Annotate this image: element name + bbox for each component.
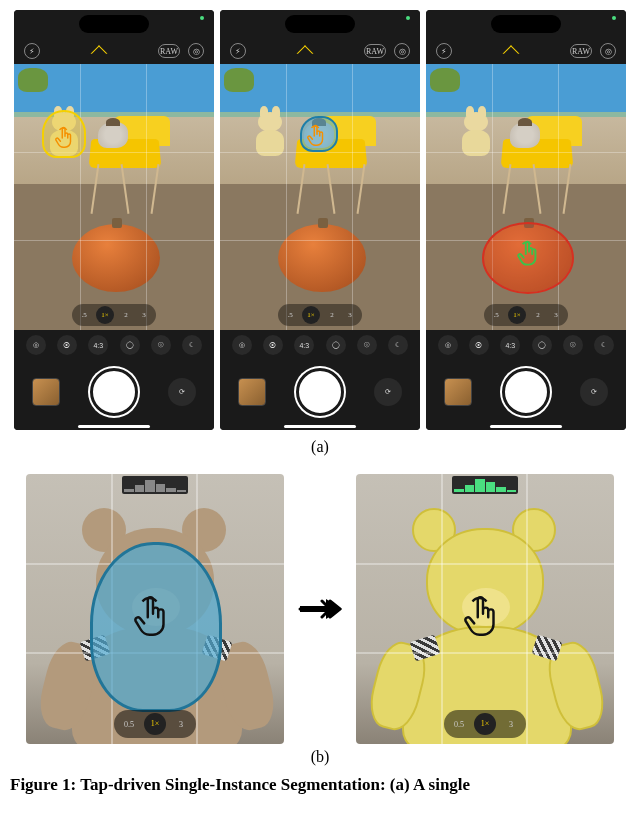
flash-icon[interactable]: ⚡︎: [24, 43, 40, 59]
camera-viewfinder[interactable]: .5 1× 2 3: [14, 64, 214, 330]
scene-background: [426, 64, 626, 330]
camera-indicator-icon: [612, 16, 616, 20]
bear-crop-after: 0.5 1× 3: [356, 474, 614, 744]
shutter-button[interactable]: [90, 368, 138, 416]
option-button-2[interactable]: ⦿: [57, 335, 77, 355]
toy-fox: [250, 112, 290, 156]
shutter-row: ⟳: [14, 360, 214, 424]
zoom-1x[interactable]: 1×: [96, 306, 114, 324]
chevron-up-icon[interactable]: [91, 45, 108, 62]
toy-horse: [510, 122, 540, 148]
shutter-button[interactable]: [296, 368, 344, 416]
option-button-1[interactable]: ◎: [438, 335, 458, 355]
home-indicator: [14, 424, 214, 430]
status-bar: [14, 10, 214, 38]
figure-caption: Figure 1: Tap-driven Single-Instance Seg…: [10, 774, 630, 797]
camera-options-row: ◎ ⦿ 4:3 ◯ ⦾ ☾: [14, 330, 214, 360]
phone-screenshot-2: ⚡︎ RAW ◎: [220, 10, 420, 430]
bear-crop-before: 0.5 1× 3: [26, 474, 284, 744]
option-button-2[interactable]: ⦿: [263, 335, 283, 355]
aspect-ratio-button[interactable]: 4:3: [294, 335, 314, 355]
zoom-0.5[interactable]: 0.5: [452, 720, 466, 729]
camera-viewfinder[interactable]: .5 1× 2 3: [220, 64, 420, 330]
zoom-3[interactable]: 3: [344, 311, 356, 319]
option-button-4[interactable]: ◯: [326, 335, 346, 355]
zoom-selector[interactable]: 0.5 1× 3: [444, 710, 526, 738]
zoom-3[interactable]: 3: [504, 720, 518, 729]
zoom-3[interactable]: 3: [138, 311, 150, 319]
status-bar: [220, 10, 420, 38]
zoom-0.5[interactable]: .5: [78, 311, 90, 319]
zoom-3[interactable]: 3: [550, 311, 562, 319]
camera-options-row: ◎ ⦿ 4:3 ◯ ⦾ ☾: [426, 330, 626, 360]
option-button-1[interactable]: ◎: [232, 335, 252, 355]
hdr-icon[interactable]: ◎: [188, 43, 204, 59]
camera-options-row: ◎ ⦿ 4:3 ◯ ⦾ ☾: [220, 330, 420, 360]
zoom-2[interactable]: 2: [120, 311, 132, 319]
switch-camera-button[interactable]: ⟳: [168, 378, 196, 406]
option-button-5[interactable]: ⦾: [563, 335, 583, 355]
pumpkin: [484, 224, 572, 292]
toy-fox: [456, 112, 496, 156]
raw-toggle[interactable]: RAW: [364, 44, 386, 58]
raw-toggle[interactable]: RAW: [158, 44, 180, 58]
zoom-3[interactable]: 3: [174, 720, 188, 729]
zoom-2[interactable]: 2: [532, 311, 544, 319]
zoom-0.5[interactable]: .5: [490, 311, 502, 319]
raw-toggle[interactable]: RAW: [570, 44, 592, 58]
option-button-4[interactable]: ◯: [120, 335, 140, 355]
flash-icon[interactable]: ⚡︎: [436, 43, 452, 59]
figure-1: ⚡︎ RAW ◎: [10, 10, 630, 797]
zoom-selector[interactable]: .5 1× 2 3: [72, 304, 156, 326]
flash-icon[interactable]: ⚡︎: [230, 43, 246, 59]
camera-topbar: ⚡︎ RAW ◎: [220, 38, 420, 64]
subfigure-a-label: (a): [10, 438, 630, 456]
zoom-1x[interactable]: 1×: [474, 713, 496, 735]
switch-camera-button[interactable]: ⟳: [580, 378, 608, 406]
svg-rect-0: [300, 606, 328, 612]
svg-marker-1: [326, 599, 342, 619]
camera-viewfinder[interactable]: .5 1× 2 3: [426, 64, 626, 330]
zoom-0.5[interactable]: .5: [284, 311, 296, 319]
last-photo-thumbnail[interactable]: [444, 378, 472, 406]
shutter-button[interactable]: [502, 368, 550, 416]
subfigure-b-label: (b): [10, 748, 630, 766]
option-button-4[interactable]: ◯: [532, 335, 552, 355]
pumpkin: [72, 224, 160, 292]
camera-topbar: ⚡︎ RAW ◎: [426, 38, 626, 64]
dynamic-island: [79, 15, 149, 33]
option-button-6[interactable]: ☾: [594, 335, 614, 355]
option-button-6[interactable]: ☾: [182, 335, 202, 355]
zoom-1x[interactable]: 1×: [508, 306, 526, 324]
scene-background: [220, 64, 420, 330]
chevron-up-icon[interactable]: [503, 45, 520, 62]
option-button-5[interactable]: ⦾: [151, 335, 171, 355]
zoom-2[interactable]: 2: [326, 311, 338, 319]
hdr-icon[interactable]: ◎: [600, 43, 616, 59]
chevron-up-icon[interactable]: [297, 45, 314, 62]
switch-camera-button[interactable]: ⟳: [374, 378, 402, 406]
zoom-selector[interactable]: 0.5 1× 3: [114, 710, 196, 738]
shutter-row: ⟳: [220, 360, 420, 424]
last-photo-thumbnail[interactable]: [32, 378, 60, 406]
option-button-6[interactable]: ☾: [388, 335, 408, 355]
zoom-selector[interactable]: .5 1× 2 3: [484, 304, 568, 326]
zoom-selector[interactable]: .5 1× 2 3: [278, 304, 362, 326]
zoom-0.5[interactable]: 0.5: [122, 720, 136, 729]
option-button-5[interactable]: ⦾: [357, 335, 377, 355]
option-button-1[interactable]: ◎: [26, 335, 46, 355]
aspect-ratio-button[interactable]: 4:3: [88, 335, 108, 355]
zoom-1x[interactable]: 1×: [302, 306, 320, 324]
aspect-ratio-button[interactable]: 4:3: [500, 335, 520, 355]
last-photo-thumbnail[interactable]: [238, 378, 266, 406]
pumpkin: [278, 224, 366, 292]
option-button-2[interactable]: ⦿: [469, 335, 489, 355]
zoom-1x[interactable]: 1×: [144, 713, 166, 735]
histogram-icon: [122, 476, 188, 494]
camera-topbar: ⚡︎ RAW ◎: [14, 38, 214, 64]
status-bar: [426, 10, 626, 38]
camera-indicator-icon: [200, 16, 204, 20]
hdr-icon[interactable]: ◎: [394, 43, 410, 59]
home-indicator: [426, 424, 626, 430]
toy-fox: [44, 112, 84, 156]
